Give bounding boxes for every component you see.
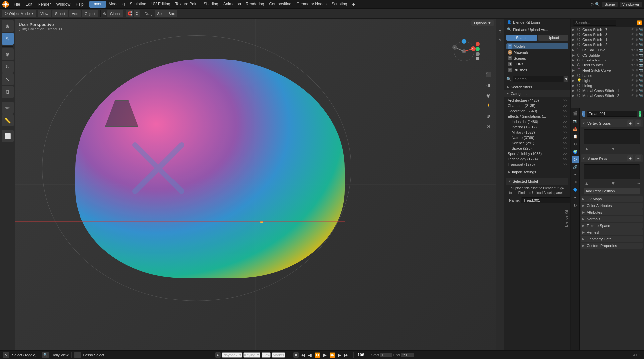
bk-login-row[interactable]: 👤 BlenderKit Login (504, 19, 570, 26)
outliner-search-input[interactable] (573, 20, 616, 26)
view-btn[interactable]: View (38, 10, 51, 17)
measure-tool[interactable]: 📏 (2, 114, 14, 126)
prop-object-name-input[interactable] (587, 111, 637, 117)
menu-file[interactable]: File (11, 1, 22, 7)
menu-edit[interactable]: Edit (23, 1, 35, 7)
prop-texture-space-header[interactable]: ▶ Texture Space (581, 223, 643, 229)
workspace-texture-paint[interactable]: Texture Paint (173, 1, 201, 8)
prop-custom-properties-header[interactable]: ▶ Custom Properties (581, 243, 643, 249)
end-frame-input[interactable] (401, 353, 414, 357)
view-tab-btn[interactable]: V (497, 36, 504, 43)
prop-color-attributes-header[interactable]: ▶ Color Attributes (581, 203, 643, 209)
bk-find-upload-row[interactable]: 🔍 Find and Upload As... (504, 26, 570, 33)
prop-shader-tab[interactable]: ◐ (572, 201, 579, 209)
bk-models-type[interactable]: ⬡ Models (506, 43, 568, 49)
prop-normals-header[interactable]: ▶ Normals (581, 216, 643, 222)
select-tool[interactable]: ↖ (2, 33, 14, 45)
viewport-xray[interactable]: ⊠ (484, 122, 493, 131)
bk-search-dropdown-btn[interactable]: ▼ (564, 76, 568, 82)
prop-material-tab[interactable]: ● (572, 194, 579, 201)
cursor-tool[interactable]: ⊕ (2, 20, 14, 32)
rotate-tool[interactable]: ↻ (2, 61, 14, 73)
prop-world-tab[interactable]: 🌍 (572, 148, 579, 155)
outliner-item-medial2[interactable]: ▶ ⬡ Medial Cross Stitch - 2 👁 ⊕ 📷 (571, 93, 644, 98)
outliner-item-medial1[interactable]: ▶ ⬡ Medial Cross Stitch - 1 👁 ⊕ 📷 (571, 88, 644, 93)
outliner-item-csballcurve[interactable]: ▶ ⌒ CS Ball Curve 👁 ⊕ 📷 (571, 47, 644, 53)
bk-selected-model-header[interactable]: ▼ Selected Model (506, 178, 568, 185)
cat-space[interactable]: Space (225) >> (506, 146, 569, 151)
cat-character[interactable]: Character (2135) >> (506, 103, 569, 108)
cat-architecture[interactable]: Architecture (4426) >> (506, 98, 569, 103)
cat-transport[interactable]: Transport (1275) >> (506, 162, 569, 167)
prop-constraint-tab[interactable]: 🔗 (572, 163, 579, 171)
cat-military[interactable]: Military (1527) >> (506, 130, 569, 135)
prop-remesh-header[interactable]: ▶ Remesh (581, 229, 643, 235)
add-cube-tool[interactable]: ⬜ (2, 130, 14, 142)
workspace-geometry-nodes[interactable]: Geometry Nodes (294, 1, 329, 8)
next-keyframe-btn[interactable]: ▶ (337, 352, 342, 358)
cat-sport[interactable]: Sport / Hobby (1035) >> (506, 151, 569, 156)
jump-start-btn[interactable]: ⏮ (300, 352, 306, 358)
bk-hdrs-type[interactable]: ◑ HDRs (506, 61, 568, 67)
prev-keyframe-btn[interactable]: ◀ (307, 352, 312, 358)
cat-interior[interactable]: Interior (12812) >> (506, 124, 569, 130)
view-bottom-btn[interactable]: View (262, 352, 271, 358)
step-forward-btn[interactable]: ⏩ (329, 352, 336, 358)
item-tab[interactable]: I (497, 20, 504, 27)
bk-categories-header[interactable]: ▼ Categories (504, 90, 570, 97)
outliner-item-lining[interactable]: ▶ ⬡ Lining 👁 ⊕ 📷 (571, 83, 644, 88)
bk-search-input[interactable] (513, 76, 563, 82)
prop-viewlayer-tab[interactable]: 📋 (572, 133, 579, 140)
play-forward-btn[interactable]: ▶ (322, 352, 327, 358)
outliner-item-light[interactable]: ▶ 💡 Light 👁 ⊕ 📷 (571, 78, 644, 83)
orientation-selector[interactable]: Global (107, 10, 123, 17)
outliner-item-csbubble[interactable]: ▶ ⬡ CS Bubble 👁 ⊕ 📷 (571, 53, 644, 58)
viewport-shading-material[interactable]: ◑ (484, 80, 493, 90)
bk-brushes-type[interactable]: ✏ Brushes (506, 67, 568, 73)
bk-import-settings-row[interactable]: ▶ Import settings (506, 169, 568, 175)
sk-down-btn[interactable]: ▼ (610, 180, 616, 186)
vg-remove-btn[interactable]: − (635, 120, 641, 126)
viewport-shading-rendered[interactable]: ◉ (484, 91, 493, 100)
transform-tool[interactable]: ⧉ (2, 86, 14, 98)
prop-vertex-groups-header[interactable]: ▼ Vertex Groups + − (581, 119, 643, 127)
viewlayer-label[interactable]: ViewLayer (620, 2, 642, 7)
prop-shape-keys-header[interactable]: ▼ Shape Keys + − (581, 154, 643, 162)
outliner-item-heelstitch[interactable]: ▶ ⌒ Heel Stitch Curve 👁 ⊕ 📷 (571, 67, 644, 73)
outliner-item-cs8[interactable]: ▶ ⬡ Cross Stitch - 8 👁 ⊕ 📷 (571, 32, 644, 37)
prop-scene-props-tab[interactable]: ⚙ (572, 140, 579, 148)
scene-label[interactable]: Scene (602, 2, 618, 7)
cat-science[interactable]: Science (291) >> (506, 140, 569, 146)
bk-search-filters[interactable]: ▶ Search filters (504, 84, 570, 90)
bk-materials-type[interactable]: ● Materials (506, 49, 568, 55)
start-frame-input[interactable] (380, 353, 392, 357)
add-btn[interactable]: Add (69, 10, 81, 17)
bk-side-tab-label[interactable]: BlenderKit (564, 208, 569, 229)
viewport-options-btn[interactable]: Options ▼ (471, 20, 494, 26)
outliner-item-cs2[interactable]: ▶ ⬡ Cross Stitch - 2 👁 ⊕ 📷 (571, 42, 644, 47)
object-btn[interactable]: Object (82, 10, 98, 17)
outliner-filter-icon[interactable]: 🔽 (637, 20, 642, 25)
prop-output-tab[interactable]: 📤 (572, 125, 579, 132)
outliner-item-frontref[interactable]: ▶ ⬡ Front reference 👁 ⊕ 📷 (571, 58, 644, 62)
prop-render-tab[interactable]: 📷 (572, 117, 579, 125)
viewport-shading-solid[interactable]: ⬛ (484, 70, 493, 79)
sk-up-btn[interactable]: ▲ (584, 180, 590, 186)
vg-add-btn[interactable]: + (627, 120, 633, 126)
workspace-compositing[interactable]: Compositing (267, 1, 294, 8)
prop-scene-tab[interactable]: 🎬 (572, 110, 579, 117)
workspace-animation[interactable]: Animation (221, 1, 243, 8)
mode-selector[interactable]: ⬡ Object Mode ▼ (2, 10, 36, 17)
add-rest-position-btn[interactable]: Add Rest Position (584, 188, 640, 194)
move-tool[interactable]: ⊕ (2, 48, 14, 60)
vg-down-btn[interactable]: ▼ (610, 146, 616, 152)
prop-uv-maps-header[interactable]: ▶ UV Maps (581, 196, 643, 202)
select-btn[interactable]: Select (52, 10, 68, 17)
cat-effects[interactable]: Effects / Simulations (... >> (506, 114, 569, 119)
cat-nature[interactable]: Nature (3769) >> (506, 135, 569, 140)
proportional-btn[interactable]: ⊙ (134, 10, 140, 17)
scale-tool[interactable]: ⤡ (2, 73, 14, 85)
workspace-layout[interactable]: Layout (89, 1, 106, 8)
menu-render[interactable]: Render (35, 1, 53, 7)
jump-end-btn[interactable]: ⏭ (343, 352, 349, 358)
